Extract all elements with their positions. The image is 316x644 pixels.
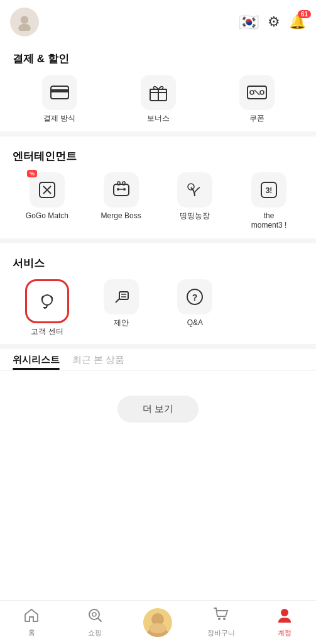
divider-2 (0, 238, 316, 243)
moment3-icon: 3! (251, 172, 286, 208)
gogo-match-label: GoGo Match (26, 211, 68, 221)
service-section-title: 서비스 (13, 256, 303, 270)
header: 🇰🇷 ⚙ 🔔 61 (0, 0, 316, 42)
moment3-item[interactable]: 3! themoment3 ! (234, 172, 303, 231)
bonus-label: 보너스 (147, 114, 170, 124)
payment-section-title: 결제 & 할인 (13, 52, 303, 66)
suggestion-label: 제안 (114, 318, 129, 328)
more-button[interactable]: 더 보기 (117, 396, 199, 423)
home-icon (24, 608, 39, 626)
svg-rect-19 (123, 182, 125, 185)
entertainment-section: 엔터테인먼트 % GoGo Match (0, 139, 316, 236)
gogo-match-item[interactable]: % GoGo Match (13, 172, 82, 231)
nav-center-avatar (143, 608, 172, 637)
svg-point-36 (149, 623, 166, 633)
payment-method-item[interactable]: 결제 방식 (13, 75, 106, 124)
tabs-row: 위시리스트 최근 본 상품 (0, 354, 316, 370)
header-left (10, 8, 39, 36)
svg-line-10 (254, 90, 259, 95)
svg-rect-26 (119, 292, 128, 299)
bonus-icon (141, 75, 176, 110)
merge-boss-item[interactable]: Merge Boss (87, 172, 156, 231)
divider-1 (0, 131, 316, 136)
farm-icon (177, 172, 212, 208)
gear-icon[interactable]: ⚙ (268, 14, 280, 30)
svg-rect-18 (117, 182, 120, 185)
bell-badge: 61 (298, 10, 311, 18)
tabs-divider (0, 370, 316, 370)
qa-item[interactable]: ? Q&A (161, 279, 230, 337)
nav-home-label: 홈 (28, 628, 35, 637)
svg-point-37 (218, 618, 221, 620)
svg-point-38 (223, 618, 226, 620)
coupon-icon (239, 75, 275, 110)
divider-3 (0, 344, 316, 349)
nav-cart[interactable]: 장바구니 (190, 608, 253, 638)
svg-point-8 (250, 91, 254, 94)
flag-icon[interactable]: 🇰🇷 (239, 14, 259, 30)
svg-point-39 (281, 609, 288, 616)
svg-point-33 (92, 613, 96, 616)
payment-method-icon (42, 75, 77, 110)
service-section: 서비스 고객 센터 (0, 246, 316, 342)
svg-point-16 (123, 188, 126, 191)
farm-label: 띵띵농장 (180, 211, 210, 221)
cart-icon (214, 608, 229, 626)
svg-point-0 (21, 16, 29, 24)
customer-center-highlight (25, 279, 69, 323)
customer-center-item[interactable]: 고객 센터 (13, 279, 82, 337)
nav-profile[interactable] (126, 608, 190, 637)
suggestion-icon (104, 279, 139, 314)
nav-account[interactable]: 계정 (253, 608, 316, 638)
payment-section: 결제 & 할인 결제 방식 (0, 42, 316, 129)
qa-icon: ? (177, 279, 212, 314)
payment-icon-grid: 결제 방식 보너스 (13, 75, 303, 124)
farm-item[interactable]: 띵띵농장 (161, 172, 230, 231)
nav-cart-label: 장바구니 (207, 628, 235, 638)
more-btn-wrapper: 더 보기 (0, 396, 316, 423)
shopping-icon (87, 608, 102, 626)
merge-boss-label: Merge Boss (101, 211, 141, 221)
qa-label: Q&A (187, 318, 203, 328)
payment-method-label: 결제 방식 (43, 114, 75, 124)
moment3-label: themoment3 ! (251, 211, 287, 231)
avatar[interactable] (10, 8, 39, 36)
bottom-nav: 홈 쇼핑 장바구니 (0, 600, 316, 644)
svg-rect-14 (114, 184, 129, 196)
account-icon (278, 608, 291, 626)
customer-center-icon (30, 284, 65, 319)
gogo-match-icon: % (30, 172, 65, 208)
merge-boss-icon (104, 172, 139, 208)
svg-line-32 (98, 618, 101, 621)
svg-text:3!: 3! (266, 186, 273, 195)
coupon-label: 쿠폰 (249, 114, 264, 124)
nav-home[interactable]: 홈 (0, 608, 63, 637)
svg-point-9 (260, 91, 264, 94)
nav-shopping-label: 쇼핑 (88, 628, 102, 638)
gogo-badge: % (27, 170, 37, 177)
coupon-item[interactable]: 쿠폰 (210, 75, 303, 124)
entertainment-section-title: 엔터테인먼트 (13, 149, 303, 164)
suggestion-item[interactable]: 제안 (87, 279, 156, 337)
svg-point-20 (188, 184, 194, 190)
svg-line-25 (116, 299, 119, 303)
entertainment-icon-grid: % GoGo Match (13, 172, 303, 231)
bonus-item[interactable]: 보너스 (111, 75, 205, 124)
svg-text:?: ? (192, 292, 198, 303)
header-right: 🇰🇷 ⚙ 🔔 61 (239, 14, 306, 30)
nav-shopping[interactable]: 쇼핑 (63, 608, 127, 638)
svg-rect-3 (51, 89, 68, 92)
customer-center-label: 고객 센터 (31, 327, 63, 337)
svg-point-1 (18, 24, 31, 31)
service-icon-grid: 고객 센터 제안 ? (13, 279, 303, 337)
bell-wrapper[interactable]: 🔔 61 (289, 14, 306, 30)
nav-account-label: 계정 (278, 628, 291, 638)
tab-recent[interactable]: 최근 본 상품 (72, 354, 124, 370)
tab-wishlist[interactable]: 위시리스트 (13, 354, 60, 370)
svg-point-15 (117, 188, 119, 191)
